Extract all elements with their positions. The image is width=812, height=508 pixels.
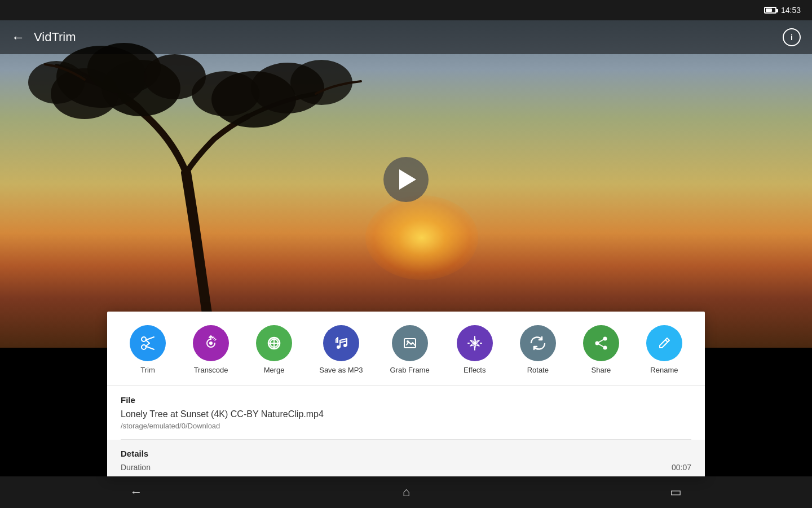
status-bar: 14:53 bbox=[0, 0, 812, 20]
status-icons: 14:53 bbox=[764, 6, 801, 15]
svg-point-11 bbox=[142, 337, 146, 341]
nav-recents-icon: ▭ bbox=[670, 485, 682, 500]
duration-label: Duration bbox=[121, 463, 151, 472]
nav-back-icon: ← bbox=[130, 485, 143, 500]
file-section: File Lonely Tree at Sunset (4K) CC-BY Na… bbox=[107, 386, 705, 439]
duration-value: 00:07 bbox=[672, 463, 691, 472]
actions-row: Trim Transcode bbox=[107, 312, 705, 386]
svg-line-12 bbox=[146, 337, 155, 340]
svg-point-25 bbox=[595, 341, 599, 345]
svg-point-10 bbox=[142, 345, 146, 349]
share-icon bbox=[593, 335, 610, 352]
svg-line-15 bbox=[146, 343, 150, 347]
merge-icon bbox=[266, 335, 283, 352]
nav-home-button[interactable]: ⌂ bbox=[380, 480, 433, 504]
transcode-label: Transcode bbox=[194, 366, 228, 374]
nav-recents-button[interactable]: ▭ bbox=[647, 480, 704, 504]
rename-icon bbox=[656, 335, 673, 352]
svg-point-23 bbox=[603, 337, 607, 341]
rename-label: Rename bbox=[650, 366, 678, 374]
details-section-title: Details bbox=[121, 449, 148, 458]
svg-point-22 bbox=[473, 341, 476, 345]
clock: 14:53 bbox=[781, 6, 801, 15]
rotate-icon bbox=[529, 335, 546, 352]
save-as-mp3-action[interactable]: Save as MP3 bbox=[319, 325, 363, 374]
share-label: Share bbox=[592, 366, 611, 374]
rotate-icon-circle bbox=[520, 325, 556, 361]
svg-line-26 bbox=[599, 340, 603, 342]
play-button[interactable] bbox=[383, 157, 429, 202]
svg-line-13 bbox=[146, 347, 155, 350]
battery-icon bbox=[764, 7, 776, 14]
transcode-action[interactable]: Transcode bbox=[193, 325, 229, 374]
effects-label: Effects bbox=[464, 366, 486, 374]
details-section: Details Duration 00:07 bbox=[107, 440, 705, 476]
info-button[interactable]: i bbox=[783, 28, 801, 46]
svg-point-8 bbox=[192, 71, 259, 116]
save-as-mp3-label: Save as MP3 bbox=[319, 366, 363, 374]
svg-point-7 bbox=[290, 60, 352, 105]
grab-frame-action[interactable]: Grab Frame bbox=[390, 325, 430, 374]
nav-home-icon: ⌂ bbox=[403, 485, 410, 500]
svg-point-24 bbox=[603, 346, 607, 350]
rotate-action[interactable]: Rotate bbox=[520, 325, 556, 374]
play-triangle-icon bbox=[399, 169, 416, 190]
transcode-icon bbox=[202, 335, 219, 352]
merge-label: Merge bbox=[264, 366, 285, 374]
file-section-title: File bbox=[121, 395, 691, 405]
sun-glow bbox=[365, 195, 478, 280]
rotate-label: Rotate bbox=[527, 366, 549, 374]
trim-label: Trim bbox=[140, 366, 155, 374]
trim-icon-circle bbox=[130, 325, 166, 361]
svg-point-21 bbox=[407, 340, 409, 343]
merge-icon-circle bbox=[256, 325, 292, 361]
top-bar: ← VidTrim i bbox=[0, 20, 812, 54]
tree-silhouette bbox=[28, 32, 367, 325]
grab-frame-icon bbox=[401, 335, 418, 352]
video-area bbox=[0, 20, 812, 348]
rename-icon-circle bbox=[646, 325, 682, 361]
share-action[interactable]: Share bbox=[583, 325, 619, 374]
effects-action[interactable]: Effects bbox=[457, 325, 493, 374]
bottom-nav: ← ⌂ ▭ bbox=[0, 476, 812, 508]
file-path: /storage/emulated/0/Download bbox=[121, 422, 691, 430]
duration-row: Duration 00:07 bbox=[121, 463, 691, 472]
rename-action[interactable]: Rename bbox=[646, 325, 682, 374]
save-as-mp3-icon bbox=[333, 335, 350, 352]
svg-point-16 bbox=[209, 341, 213, 345]
trim-action[interactable]: Trim bbox=[130, 325, 166, 374]
back-button[interactable]: ← bbox=[11, 29, 25, 45]
effects-icon bbox=[466, 335, 483, 352]
grab-frame-label: Grab Frame bbox=[390, 366, 430, 374]
nav-back-button[interactable]: ← bbox=[108, 480, 165, 504]
svg-line-27 bbox=[599, 344, 603, 347]
details-row: Details bbox=[121, 449, 691, 463]
bottom-panel: Trim Transcode bbox=[107, 312, 705, 476]
share-icon-circle bbox=[583, 325, 619, 361]
merge-action[interactable]: Merge bbox=[256, 325, 292, 374]
svg-line-14 bbox=[146, 340, 150, 344]
transcode-icon-circle bbox=[193, 325, 229, 361]
trim-icon bbox=[139, 335, 156, 352]
app-title: VidTrim bbox=[34, 30, 783, 45]
grab-frame-icon-circle bbox=[392, 325, 428, 361]
effects-icon-circle bbox=[457, 325, 493, 361]
video-background bbox=[0, 20, 812, 348]
save-as-mp3-icon-circle bbox=[323, 325, 359, 361]
file-name: Lonely Tree at Sunset (4K) CC-BY NatureC… bbox=[121, 409, 691, 419]
